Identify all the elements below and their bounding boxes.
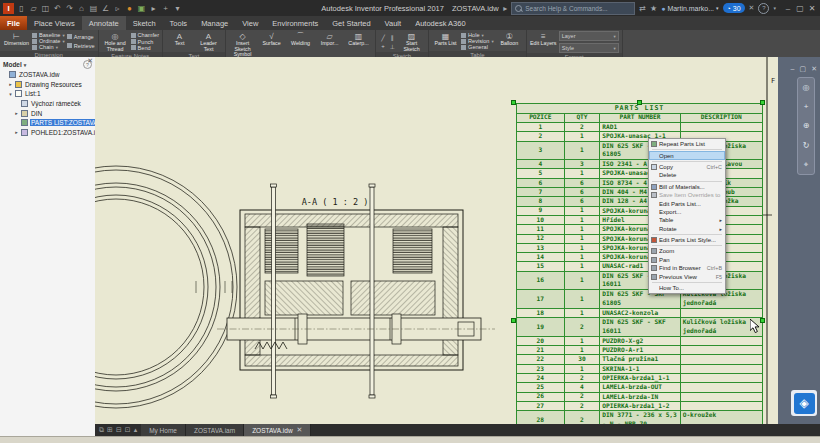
home-icon[interactable]: ⌂ [77, 3, 86, 14]
pan-icon[interactable]: + [804, 102, 809, 111]
line-icon[interactable]: ╱ [379, 33, 387, 41]
table-row[interactable]: 242OPIERKA-brzda1_1-1 [517, 374, 762, 383]
hole-and-thread-button[interactable]: ◎Hole and Thread [102, 31, 129, 52]
tree-item-din[interactable]: ▸DIN [0, 108, 95, 118]
select-icon[interactable]: ▹ [113, 3, 122, 14]
retrieve-button[interactable]: Retrieve [67, 43, 95, 49]
search-caret-icon[interactable]: ▸ [503, 4, 507, 13]
doc-minimize-icon[interactable]: – [791, 65, 795, 73]
table-row[interactable]: 12RAD1 [517, 123, 762, 132]
signed-in-user[interactable]: ● Martin.marko... ▾ [661, 5, 718, 12]
plus-icon[interactable]: + [161, 3, 170, 14]
graphics-canvas[interactable]: A-A ( 1 : 2 ) [95, 57, 820, 424]
caterp-button[interactable]: ▥Caterp... [345, 31, 372, 58]
ribbon-tab-place-views[interactable]: Place Views [27, 16, 82, 30]
tile-icon[interactable]: ⊞ [107, 426, 113, 434]
balloon-button[interactable]: ①Balloon [496, 31, 523, 51]
table-row[interactable]: 231SKRINA-1-1 [517, 365, 762, 374]
doc-maximize-icon[interactable]: ▢ [800, 65, 807, 73]
ribbon-tab-file[interactable]: File [0, 16, 27, 30]
table-row[interactable]: 192DIN 625 SKF - SKF 16011Kuličková loži… [517, 318, 762, 337]
tree-item-zostava-idw[interactable]: ZOSTAVA.idw [0, 70, 95, 80]
doc-settings-icon[interactable]: ▸ [149, 3, 158, 14]
table-grip[interactable] [511, 100, 516, 105]
look-at-icon[interactable]: ⌖ [804, 160, 809, 169]
menu-item-find-in-browser[interactable]: Find in BrowserCtrl+B [649, 264, 725, 272]
appearance-icon[interactable]: ▣ [137, 3, 146, 14]
favorites-icon[interactable]: ★ [650, 4, 657, 13]
open-icon[interactable]: ▱ [29, 3, 38, 14]
impor-button[interactable]: ▱Impor... [316, 31, 343, 58]
sync-icon[interactable]: ⇄ [639, 4, 646, 13]
ribbon-tab-get-started[interactable]: Get Started [325, 16, 377, 30]
style-select[interactable]: Style▾ [559, 43, 619, 53]
menu-item-zoom[interactable]: Zoom [649, 247, 725, 255]
menu-item-pan[interactable]: Pan [649, 256, 725, 264]
ribbon-tab-vault[interactable]: Vault [378, 16, 409, 30]
material-icon[interactable]: ● [125, 3, 134, 14]
panel-close-icon[interactable]: ✕ [87, 57, 93, 65]
table-row[interactable]: 262LAMELA-brzda-IN [517, 393, 762, 402]
split-horizontal-icon[interactable]: ⊟ [116, 426, 122, 434]
tree-expander-icon[interactable]: ▾ [8, 91, 13, 97]
tree-item-list-1[interactable]: ▾List:1 [0, 89, 95, 99]
arrange-button[interactable]: Arrange [67, 34, 95, 40]
bend-button[interactable]: Bend [131, 45, 159, 51]
table-row[interactable]: 201PUZDRO-X-g2 [517, 337, 762, 346]
dismiss-badge-icon[interactable]: ✕ [749, 4, 755, 12]
print-icon[interactable]: ▤ [89, 3, 98, 14]
menu-item-table[interactable]: Table▸ [649, 216, 725, 224]
tree-item-drawing-resources[interactable]: ▸Drawing Resources [0, 80, 95, 90]
trial-timer-badge[interactable]: ◔ 30 [723, 3, 745, 13]
ribbon-tab-environments[interactable]: Environments [265, 16, 325, 30]
parallel-icon[interactable]: ∥ [388, 33, 396, 41]
menu-item-edit-parts-list[interactable]: Edit Parts List... [649, 199, 725, 207]
insert-sketch-symbol-button[interactable]: ◇Insert Sketch Symbol [229, 31, 256, 58]
tree-item-parts-list-zostava-iam[interactable]: PARTS LIST:ZOSTAVA.iam [0, 118, 95, 128]
ribbon-tab-sketch[interactable]: Sketch [126, 16, 163, 30]
maximize-icon[interactable]: ▢ [795, 4, 805, 13]
doc-close-icon[interactable]: ✕ [811, 65, 817, 73]
menu-item-export[interactable]: Export... [649, 208, 725, 216]
zoom-icon[interactable]: ⊕ [803, 121, 810, 130]
menu-item-bill-of-materials[interactable]: Bill of Materials... [649, 183, 725, 191]
doc-tab-zostava-idw[interactable]: ZOSTAVA.idw✕ [244, 424, 311, 436]
search-input[interactable]: Search Help & Commands... [511, 2, 635, 15]
minimize-icon[interactable]: – [783, 4, 793, 13]
tree-item-pohled1-zostava-iam[interactable]: ▸POHLED1:ZOSTAVA.iam [0, 128, 95, 138]
tree-expander-icon[interactable]: ▸ [14, 110, 19, 116]
cascade-icon[interactable]: ⧉ [99, 426, 104, 434]
menu-item-how-to[interactable]: How To... [649, 284, 725, 292]
chamfer-button[interactable]: Chamfer [131, 32, 159, 38]
chain-button[interactable]: Chain▾ [32, 44, 65, 50]
ribbon-tab-manage[interactable]: Manage [194, 16, 235, 30]
table-grip[interactable] [760, 100, 765, 105]
tree-expander-icon[interactable]: ▸ [8, 81, 13, 87]
table-row[interactable]: 282DIN 3771 - 236 x 5,3 - N - NBR 70O-kr… [517, 411, 762, 424]
tree-expander-icon[interactable]: ▸ [14, 129, 19, 135]
menu-item-rotate[interactable]: Rotate▸ [649, 225, 725, 233]
a360-overlay[interactable]: ◈ [791, 390, 817, 416]
welding-button[interactable]: ⌒Welding [287, 31, 314, 58]
dimension-button[interactable]: ⊢Dimension [3, 31, 30, 51]
tab-close-icon[interactable]: ✕ [297, 426, 303, 434]
redo-icon[interactable]: ↷ [65, 3, 74, 14]
ribbon-tab-tools[interactable]: Tools [163, 16, 195, 30]
menu-item-previous-view[interactable]: Previous ViewF5 [649, 272, 725, 280]
general-button[interactable]: General [461, 44, 494, 50]
menu-item-delete[interactable]: Delete [649, 171, 725, 179]
menu-item-open[interactable]: Open [649, 151, 725, 159]
save-icon[interactable]: ◫ [41, 3, 50, 14]
measure-icon[interactable]: ∠ [101, 3, 110, 14]
undo-icon[interactable]: ↶ [53, 3, 62, 14]
table-row[interactable]: 2230Tlačná pružina1 [517, 355, 762, 364]
menu-item-copy[interactable]: CopyCtrl+C [649, 163, 725, 171]
start-sketch-button[interactable]: ▨Start Sketch [398, 31, 425, 52]
new-file-icon[interactable]: ▯ [17, 3, 26, 14]
parts-list-button[interactable]: ▦Parts List [432, 31, 459, 51]
table-row[interactable]: 272OPIERKA-brzda1_1-2 [517, 402, 762, 411]
navigation-wheel-icon[interactable]: ◎ [803, 83, 810, 92]
table-row[interactable]: 181UNASAC2-konzola [517, 309, 762, 318]
text-button[interactable]: AText [166, 31, 193, 52]
leader-text-button[interactable]: ALeader Text [195, 31, 222, 52]
